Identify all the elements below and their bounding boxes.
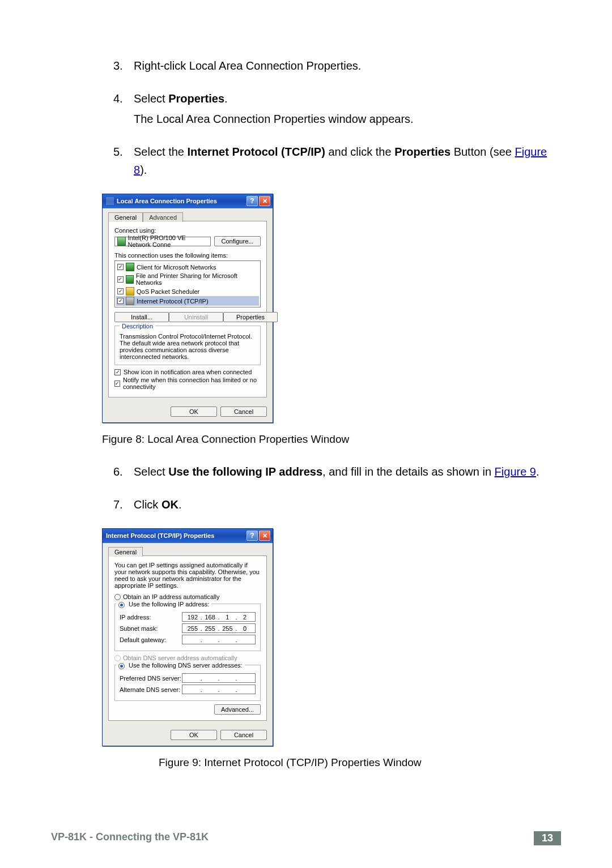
bold-text: Properties bbox=[394, 146, 450, 158]
properties-button[interactable]: Properties bbox=[223, 312, 278, 322]
step-number: 6. bbox=[113, 463, 134, 481]
help-button[interactable]: ? bbox=[246, 531, 258, 541]
uninstall-button: Uninstall bbox=[169, 312, 223, 322]
ok-button[interactable]: OK bbox=[171, 407, 217, 417]
description-group: Description Transmission Control Protoco… bbox=[114, 326, 261, 365]
gateway-field[interactable]: . . . bbox=[182, 635, 256, 644]
checkbox-icon[interactable]: ✓ bbox=[117, 264, 124, 270]
bold-text: Internet Protocol (TCP/IP) bbox=[188, 146, 325, 158]
page-footer: VP-81K - Connecting the VP-81K 13 bbox=[51, 831, 561, 845]
preferred-dns-field[interactable]: . . . bbox=[182, 673, 256, 683]
list-item[interactable]: ✓ QoS Packet Scheduler bbox=[116, 287, 259, 296]
checkbox-icon[interactable]: ✓ bbox=[117, 276, 124, 283]
tcpip-icon bbox=[126, 297, 134, 305]
instruction-list: 3. Right-click Local Area Connection Pro… bbox=[113, 57, 561, 179]
window-icon bbox=[106, 197, 114, 205]
tab-pane: Connect using: Intel(R) PRO/100 VE Netwo… bbox=[108, 221, 267, 397]
radio-icon[interactable] bbox=[114, 594, 121, 600]
figure-8: Local Area Connection Properties ? ✕ Gen… bbox=[102, 194, 561, 423]
checkbox-icon[interactable]: ✓ bbox=[114, 380, 120, 387]
step-body: Select the Internet Protocol (TCP/IP) an… bbox=[134, 143, 561, 179]
tab-row: General bbox=[108, 546, 267, 556]
notify-label: Notify me when this connection has limit… bbox=[123, 377, 261, 390]
bold-text: Properties bbox=[168, 92, 224, 105]
text: and click the bbox=[325, 146, 394, 158]
step-body: Select Properties. The Local Area Connec… bbox=[134, 89, 561, 128]
radio-icon[interactable] bbox=[118, 602, 125, 608]
radio-label: Obtain DNS server address automatically bbox=[123, 655, 237, 661]
tcpip-properties-dialog: Internet Protocol (TCP/IP) Properties ? … bbox=[102, 528, 273, 746]
step-number: 5. bbox=[113, 143, 134, 179]
radio-label[interactable]: Use the following DNS server addresses: bbox=[129, 662, 243, 669]
step-number: 7. bbox=[113, 495, 134, 514]
configure-button[interactable]: Configure... bbox=[214, 236, 261, 246]
subnet-mask-field[interactable]: 255. 255. 255. 0 bbox=[182, 623, 256, 633]
step-number: 3. bbox=[113, 57, 134, 75]
show-icon-row[interactable]: ✓ Show icon in notification area when co… bbox=[114, 369, 261, 375]
notify-row[interactable]: ✓ Notify me when this connection has lim… bbox=[114, 377, 261, 390]
show-icon-label: Show icon in notification area when conn… bbox=[124, 369, 252, 375]
list-item[interactable]: ✓ Client for Microsoft Networks bbox=[116, 262, 259, 272]
item-label: QoS Packet Scheduler bbox=[137, 288, 199, 295]
step-number: 4. bbox=[113, 89, 134, 128]
list-item[interactable]: ✓ File and Printer Sharing for Microsoft… bbox=[116, 272, 259, 287]
radio-label: Obtain an IP address automatically bbox=[123, 593, 219, 600]
checkbox-icon[interactable]: ✓ bbox=[117, 298, 124, 304]
tab-general[interactable]: General bbox=[108, 547, 143, 557]
advanced-button[interactable]: Advanced... bbox=[214, 704, 261, 715]
close-button[interactable]: ✕ bbox=[259, 196, 270, 206]
radio-auto-ip[interactable]: Obtain an IP address automatically bbox=[114, 593, 261, 600]
group-title: Use the following IP address: bbox=[116, 601, 211, 608]
lac-properties-dialog: Local Area Connection Properties ? ✕ Gen… bbox=[102, 194, 273, 423]
items-list[interactable]: ✓ Client for Microsoft Networks ✓ File a… bbox=[114, 260, 261, 307]
titlebar[interactable]: Local Area Connection Properties ? ✕ bbox=[103, 194, 273, 208]
instruction-list-2: 6. Select Use the following IP address, … bbox=[113, 463, 561, 514]
ip-octet: 0 bbox=[239, 625, 250, 632]
figure-9-link[interactable]: Figure 9 bbox=[495, 465, 536, 478]
figure-9: Internet Protocol (TCP/IP) Properties ? … bbox=[102, 528, 561, 746]
dialog-body: General Advanced Connect using: Intel(R)… bbox=[103, 208, 273, 402]
step-body: Select Use the following IP address, and… bbox=[134, 463, 561, 481]
checkbox-icon[interactable]: ✓ bbox=[114, 369, 121, 375]
checkbox-icon[interactable]: ✓ bbox=[117, 288, 124, 294]
ip-octet: 255 bbox=[222, 625, 233, 632]
bold-text: Use the following IP address bbox=[168, 465, 322, 478]
item-label: Client for Microsoft Networks bbox=[137, 264, 216, 271]
alternate-dns-field[interactable]: . . . bbox=[182, 685, 256, 694]
client-icon bbox=[126, 263, 134, 271]
step-7: 7. Click OK. bbox=[113, 495, 561, 514]
ip-address-field[interactable]: 192. 168. 1. 2 bbox=[182, 612, 256, 622]
cancel-button[interactable]: Cancel bbox=[220, 730, 267, 740]
list-item-selected[interactable]: ✓ Internet Protocol (TCP/IP) bbox=[116, 296, 259, 306]
nic-icon bbox=[117, 237, 126, 246]
tab-pane: You can get IP settings assigned automat… bbox=[108, 555, 267, 721]
install-button[interactable]: Install... bbox=[114, 312, 169, 322]
step-text: Right-click Local Area Connection Proper… bbox=[134, 57, 561, 75]
alternate-dns-label: Alternate DNS server: bbox=[120, 686, 182, 693]
radio-label[interactable]: Use the following IP address: bbox=[129, 601, 209, 608]
tab-advanced[interactable]: Advanced bbox=[143, 212, 183, 222]
share-icon bbox=[126, 275, 134, 284]
titlebar[interactable]: Internet Protocol (TCP/IP) Properties ? … bbox=[103, 529, 273, 543]
text: . bbox=[178, 498, 182, 511]
ip-octet: 2 bbox=[239, 614, 250, 621]
cancel-button[interactable]: Cancel bbox=[220, 407, 267, 417]
text: Click bbox=[134, 498, 162, 511]
help-button[interactable]: ? bbox=[246, 196, 258, 206]
group-title: Use the following DNS server addresses: bbox=[116, 662, 245, 669]
text: Button (see bbox=[450, 146, 515, 158]
ok-button[interactable]: OK bbox=[171, 730, 217, 740]
radio-icon[interactable] bbox=[118, 663, 125, 669]
ip-octet: 255 bbox=[205, 625, 216, 632]
window-title: Internet Protocol (TCP/IP) Properties bbox=[106, 532, 246, 539]
tab-general[interactable]: General bbox=[108, 212, 143, 222]
step-4: 4. Select Properties. The Local Area Con… bbox=[113, 89, 561, 128]
text: Select bbox=[134, 465, 168, 478]
radio-icon bbox=[114, 655, 121, 661]
close-button[interactable]: ✕ bbox=[259, 531, 270, 541]
ip-label: IP address: bbox=[120, 614, 182, 621]
uses-label: This connection uses the following items… bbox=[114, 252, 261, 259]
step-body: Click OK. bbox=[134, 495, 561, 514]
qos-icon bbox=[126, 287, 134, 296]
tab-row: General Advanced bbox=[108, 212, 267, 221]
